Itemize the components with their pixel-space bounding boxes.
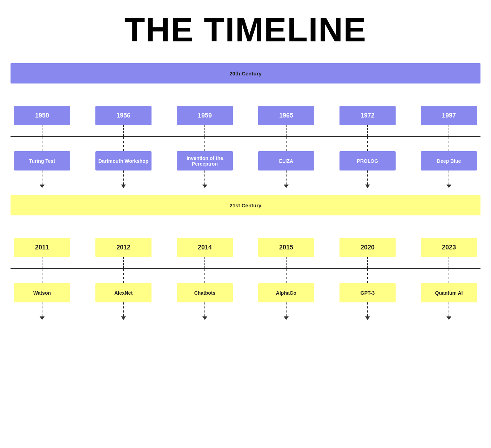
year-box-2015: 2015 [258, 238, 314, 257]
event-quantum-ai: Quantum AI [421, 283, 477, 302]
event-eliza: ELIZA [258, 151, 314, 170]
dashes-top-20th [11, 125, 480, 136]
event-deep-blue: Deep Blue [421, 151, 477, 170]
century-bar-20th: 20th Century [11, 63, 480, 83]
years-row-20th: 1950 1956 1959 1965 1972 1997 [11, 106, 480, 125]
page-title: THE TIMELINE [0, 0, 491, 63]
year-box-2023: 2023 [421, 238, 477, 257]
dashes-mid-21st [11, 269, 480, 283]
timeline-container: 20th Century 1950 1956 1959 1965 1972 19… [0, 63, 491, 320]
event-prolog: PROLOG [339, 151, 396, 170]
year-box-1972: 1972 [339, 106, 396, 125]
arrows-20th [11, 170, 480, 188]
arrows-21st [11, 302, 480, 320]
years-row-21st: 2011 2012 2014 2015 2020 2023 [11, 238, 480, 257]
year-box-2020: 2020 [339, 238, 396, 257]
year-box-2011: 2011 [14, 238, 70, 257]
year-box-1959: 1959 [177, 106, 233, 125]
year-box-1965: 1965 [258, 106, 314, 125]
event-turing-test: Turing Test [14, 151, 70, 170]
event-alphago: AlphaGo [258, 283, 314, 302]
event-perceptron: Invention of the Perceptron [177, 151, 233, 170]
year-box-1997: 1997 [421, 106, 477, 125]
event-chatbots: Chatbots [177, 283, 233, 302]
year-box-2014: 2014 [177, 238, 233, 257]
year-box-1950: 1950 [14, 106, 70, 125]
event-alexnet: AlexNet [95, 283, 152, 302]
year-box-2012: 2012 [95, 238, 152, 257]
section-20th: 20th Century 1950 1956 1959 1965 1972 19… [11, 63, 480, 188]
event-dartmouth: Dartmouth Workshop [95, 151, 152, 170]
section-21st: 21st Century 2011 2012 2014 2015 2020 20… [11, 195, 480, 320]
century-bar-21st: 21st Century [11, 195, 480, 215]
year-box-1956: 1956 [95, 106, 152, 125]
dashes-top-21st [11, 257, 480, 268]
events-row-21st: Watson AlexNet Chatbots AlphaGo GPT-3 Qu… [11, 283, 480, 302]
dashes-mid-20th [11, 137, 480, 151]
event-watson: Watson [14, 283, 70, 302]
event-gpt3: GPT-3 [339, 283, 396, 302]
events-row-20th: Turing Test Dartmouth Workshop Invention… [11, 151, 480, 170]
